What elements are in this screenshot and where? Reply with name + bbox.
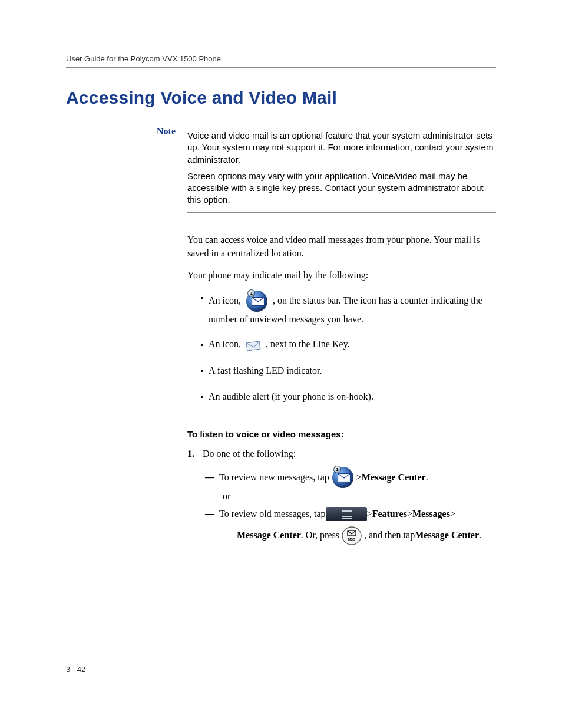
- bullet-list: • An icon, 1 , on the status bar. The ic…: [200, 290, 496, 404]
- header-divider: [66, 67, 496, 68]
- note-paragraph-1: Voice and video mail is an optional feat…: [187, 130, 496, 166]
- page-title: Accessing Voice and Video Mail: [66, 88, 496, 108]
- text-frag: >: [356, 467, 362, 487]
- running-header: User Guide for the Polycom VVX 1500 Phon…: [66, 54, 496, 63]
- text-frag: , and then tap: [364, 525, 415, 545]
- text-frag: >: [367, 503, 372, 524]
- text-frag: .: [426, 467, 428, 487]
- step-text: Do one of the following:: [203, 446, 296, 462]
- bullet-text: An icon, 1 , on the status bar. The icon…: [209, 290, 496, 327]
- features-label: Features: [372, 503, 407, 524]
- message-center-label: Message Center: [362, 467, 426, 487]
- bullet-item-4: • An audible alert (if your phone is on-…: [200, 389, 496, 404]
- dash-list: — To review new messages, tap 1 > Messag…: [205, 466, 496, 546]
- body-paragraph-1: You can access voice and video mail mess…: [187, 233, 496, 260]
- page-number: 3 - 42: [66, 665, 85, 674]
- mail-statusbar-icon: 1: [331, 466, 355, 489]
- note-body: Voice and video mail is an optional feat…: [187, 126, 496, 213]
- bullet-item-1: • An icon, 1 , on the status bar. The ic…: [200, 290, 496, 327]
- text-frag: To review old messages, tap: [219, 503, 326, 524]
- menu-softkey-icon: [326, 507, 367, 521]
- text-frag: , next to the Line Key.: [266, 339, 349, 349]
- body-column: You can access voice and video mail mess…: [187, 233, 496, 546]
- text-frag: >: [450, 503, 455, 524]
- bullet-marker: •: [200, 290, 209, 305]
- dash-item-2: — To review old messages, tap > Features…: [205, 503, 496, 524]
- bullet-item-3: • A fast flashing LED indicator.: [200, 363, 496, 378]
- mail-linekey-icon: [245, 338, 262, 353]
- text-frag: An icon,: [209, 339, 243, 349]
- or-separator: or: [223, 489, 496, 504]
- message-center-label: Message Center: [415, 525, 479, 545]
- body-paragraph-2: Your phone may indicate mail by the foll…: [187, 268, 496, 282]
- numbered-list: 1. Do one of the following: — To review …: [187, 446, 496, 546]
- dash-item-2-continued: Message Center . Or, press MSG , and the…: [237, 524, 496, 545]
- mail-statusbar-icon: 1: [245, 290, 269, 312]
- step-1: 1. Do one of the following:: [187, 446, 496, 462]
- bullet-marker: •: [200, 389, 209, 404]
- dash-item-1: — To review new messages, tap 1 > Messag…: [205, 466, 496, 489]
- note-paragraph-2: Screen options may vary with your applic…: [187, 170, 496, 206]
- bullet-item-2: • An icon, , next to the Line Key.: [200, 337, 496, 353]
- messages-label: Messages: [412, 503, 450, 524]
- bullet-marker: •: [200, 363, 209, 378]
- text-frag: To review new messages, tap: [219, 467, 329, 487]
- note-block: Note Voice and video mail is an optional…: [66, 126, 496, 213]
- procedure-subhead: To listen to voice or video messages:: [187, 429, 496, 439]
- bullet-text: An icon, , next to the Line Key.: [209, 337, 496, 352]
- bullet-marker: •: [200, 337, 209, 353]
- msg-hardkey-icon: MSG: [341, 524, 362, 545]
- text-frag: An icon,: [209, 295, 243, 305]
- mail-badge-count: 1: [333, 466, 341, 473]
- bullet-text: A fast flashing LED indicator.: [209, 364, 496, 378]
- bullet-text: An audible alert (if your phone is on-ho…: [209, 390, 496, 404]
- dash-marker: —: [205, 467, 219, 487]
- message-center-label: Message Center: [237, 525, 301, 545]
- text-frag: .: [479, 525, 481, 545]
- step-number: 1.: [187, 446, 203, 462]
- text-frag: >: [407, 503, 412, 524]
- dash-marker: —: [205, 503, 219, 524]
- note-label: Note: [66, 126, 187, 213]
- svg-text:MSG: MSG: [348, 538, 356, 541]
- document-page: User Guide for the Polycom VVX 1500 Phon…: [0, 0, 562, 728]
- text-frag: . Or, press: [301, 525, 339, 545]
